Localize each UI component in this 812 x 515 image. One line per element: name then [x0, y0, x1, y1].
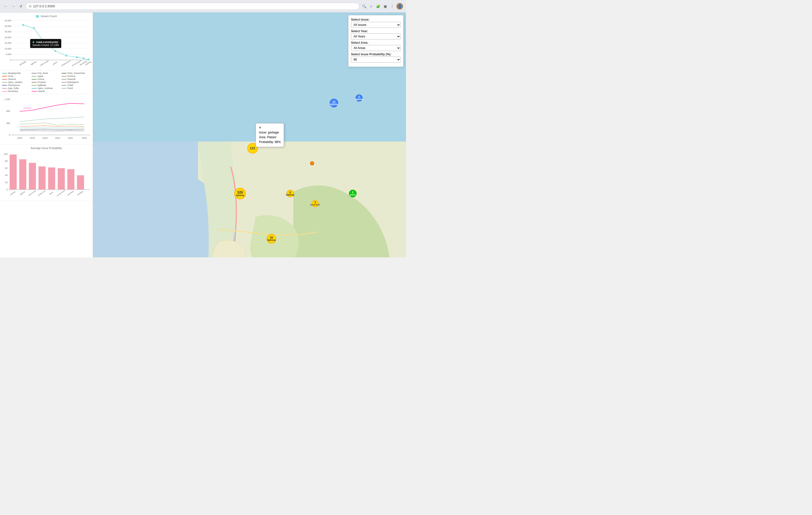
legend-item: Agios_Andreas: [32, 87, 61, 89]
svg-text:100: 100: [4, 153, 7, 155]
issues-count-chart: Issues Count road-constructor Issues Cou…: [0, 12, 93, 71]
chart-tooltip: road-constructor Issues Count: 17,194: [30, 39, 61, 48]
svg-text:20,000: 20,000: [4, 36, 11, 39]
select-issue-label: Select Issue:: [351, 18, 401, 21]
svg-rect-57: [58, 168, 65, 190]
marker-29[interactable]: 29lighting: [267, 234, 276, 244]
legend-item: Gouva: [32, 78, 61, 80]
select-year-dropdown[interactable]: All Years 2018 2019 2020 2021 2022 2023: [351, 33, 401, 39]
svg-text:2022: 2022: [68, 137, 73, 139]
legend-item: Kastrisi: [32, 90, 61, 92]
svg-text:20: 20: [5, 181, 7, 184]
svg-rect-54: [29, 163, 36, 190]
line-chart-panel: 1,200 800 400 0 2018 2019 2020 2021 2022…: [0, 94, 93, 144]
select-year-label: Select Year:: [351, 29, 401, 33]
svg-text:40: 40: [5, 174, 7, 177]
svg-point-16: [22, 24, 24, 26]
svg-text:35,000: 35,000: [4, 19, 11, 22]
control-panel: Select Issue: All Issues garbage lightin…: [348, 15, 404, 67]
legend-item: Agyia: [32, 75, 61, 77]
svg-text:road-constr: road-constr: [28, 190, 36, 196]
marker-11-blue[interactable]: 11lighting: [330, 99, 338, 107]
chart1-title: Issues Count: [2, 15, 91, 18]
legend-item: Kria_Itewn: [32, 72, 61, 74]
svg-text:2023: 2023: [82, 137, 87, 139]
legend-item: Triwn_Navarchwn: [61, 72, 91, 74]
svg-text:garbage: garbage: [19, 60, 26, 66]
extension-icon[interactable]: 🧩: [375, 3, 381, 9]
svg-text:lighting: lighting: [30, 60, 37, 65]
svg-rect-56: [48, 167, 55, 190]
tooltip-close-btn[interactable]: ✕: [259, 126, 261, 130]
chart3-title: Average Issue Probability: [2, 146, 91, 150]
svg-point-17: [33, 27, 35, 29]
legend-item: Saravali: [61, 78, 91, 80]
svg-text:10,000: 10,000: [4, 48, 11, 50]
url-display: 127.0.0.1:5000: [33, 4, 55, 8]
svg-text:environment: environment: [57, 190, 65, 196]
svg-text:5,000: 5,000: [6, 53, 11, 56]
svg-point-19: [55, 50, 57, 52]
svg-rect-58: [67, 169, 74, 190]
address-bar[interactable]: ⊙ 127.0.0.1:5000: [26, 3, 359, 10]
legend-item: Demenika: [2, 90, 31, 92]
search-icon[interactable]: 🔍: [361, 3, 367, 9]
avg-probability-chart: Average Issue Probability 100 80 60 40 2…: [0, 144, 93, 201]
main-content: Issues Count road-constructor Issues Cou…: [0, 12, 406, 258]
svg-rect-59: [77, 175, 84, 189]
tooltip-area: Area: Platani: [259, 135, 281, 140]
select-area-dropdown[interactable]: All Areas Platani Skagiopoulio Ovria Agi…: [351, 45, 401, 51]
svg-text:2019: 2019: [30, 137, 35, 139]
svg-text:Kastrisi: Kastrisi: [24, 107, 31, 109]
svg-point-23: [88, 59, 90, 60]
svg-text:plumbing: plumbing: [67, 190, 74, 196]
menu-icon[interactable]: ⋮: [389, 3, 395, 9]
map-area[interactable]: 131 326lighting 770lighting 29lighting 2…: [93, 12, 406, 258]
back-button[interactable]: ←: [3, 3, 8, 9]
sidebar-icon[interactable]: ▣: [382, 3, 388, 9]
star-icon[interactable]: ☆: [368, 3, 374, 9]
select-area-label: Select Area:: [351, 41, 401, 45]
select-issue-dropdown[interactable]: All Issues garbage lighting road-constru…: [351, 22, 401, 28]
marker-orange-garbage[interactable]: [310, 161, 314, 165]
svg-point-22: [83, 57, 85, 59]
reload-button[interactable]: ↺: [18, 3, 24, 9]
svg-text:25,000: 25,000: [4, 30, 11, 33]
legend-item: Ovria: [2, 75, 31, 77]
profile-icon[interactable]: 👤: [397, 3, 403, 9]
marker-3-protection[interactable]: 3protection: [312, 200, 319, 207]
svg-text:0: 0: [9, 134, 10, 136]
svg-text:protection-p: protection-p: [61, 60, 71, 66]
marker-6[interactable]: 6lighting: [287, 190, 294, 197]
svg-text:lighting: lighting: [20, 191, 25, 195]
svg-rect-55: [38, 166, 46, 190]
svg-text:15,000: 15,000: [4, 42, 11, 44]
legend-item: Makrigianni: [61, 81, 91, 83]
legend-item: Tarampoura: [2, 84, 31, 86]
svg-text:road-constr: road-constr: [39, 60, 49, 66]
legend-item: Agia_Sofia: [2, 87, 31, 89]
svg-text:80: 80: [5, 160, 7, 162]
select-probability-dropdown[interactable]: 88 50 60 70 80 90 100: [351, 57, 401, 62]
line-chart-svg: 1,200 800 400 0 2018 2019 2020 2021 2022…: [2, 96, 91, 145]
svg-text:protect-pol: protect-pol: [38, 190, 46, 196]
sidebar: Issues Count road-constructor Issues Cou…: [0, 12, 93, 258]
svg-rect-53: [19, 159, 26, 190]
forward-button[interactable]: →: [10, 3, 16, 9]
svg-text:1,200: 1,200: [4, 98, 10, 101]
svg-text:60: 60: [5, 167, 7, 169]
legend-item: Agios_Vasilios: [2, 81, 31, 83]
legend-item: Sichena: [61, 75, 91, 77]
svg-text:green: green: [52, 61, 58, 65]
browser-chrome: ← → ↺ ⊙ 127.0.0.1:5000 🔍 ☆ 🧩 ▣ ⋮ 👤: [0, 0, 406, 12]
marker-3-blue[interactable]: 3lighting: [355, 94, 362, 102]
tooltip-probability: Probability: 88%: [259, 140, 281, 144]
svg-text:parking: parking: [10, 191, 16, 195]
svg-text:garbage: garbage: [77, 191, 84, 196]
marker-2-green[interactable]: 2green: [349, 190, 356, 197]
marker-326[interactable]: 326lighting: [234, 188, 246, 199]
browser-actions: 🔍 ☆ 🧩 ▣ ⋮ 👤: [361, 3, 403, 9]
tooltip-issue: Issue: garbage: [259, 130, 281, 135]
legend-item: Skagiopoulio: [2, 72, 31, 74]
svg-text:green: green: [49, 191, 54, 195]
